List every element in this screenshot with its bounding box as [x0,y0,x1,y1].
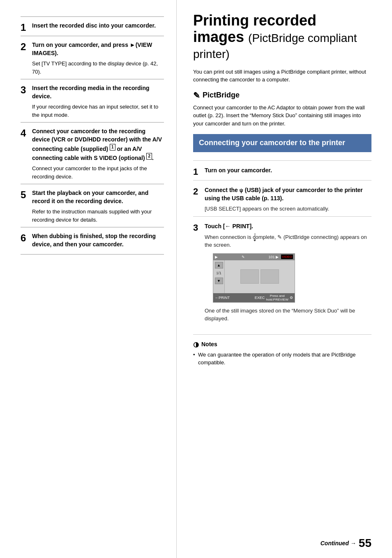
screen-up-btn: ▲ [215,262,223,269]
right-step-title-2: Connect the ψ (USB) jack of your camcord… [205,186,371,202]
page-footer: Continued → 55 [321,537,371,550]
right-step-content-3: Touch [← PRINT]. When connection is comp… [205,222,371,323]
connecting-box: Connecting your camcorder to the printer [193,134,371,152]
step-content-3: Insert the recording media in the record… [32,84,164,119]
right-step-content-2: Connect the ψ (USB) jack of your camcord… [205,186,371,213]
step-title-4: Connect your camcorder to the recording … [32,127,164,162]
right-step-title-1: Turn on your camcorder. [205,167,371,175]
screen-print-label: ←PRINT [215,296,230,300]
screen-left-buttons: ▲ 1/1 ▼ [213,260,225,293]
screen-play-icon: ▶ [215,255,218,259]
notes-label: Notes [201,341,217,347]
main-title: Printing recorded images (PictBridge com… [193,12,371,61]
box-num-2: 2 [146,153,152,160]
step-number-5: 5 [21,190,32,200]
screen-pictbridge-icon: ✎ [240,255,246,259]
screen-settings-icon: ⚙ [290,296,293,300]
continued-text: Continued → [321,540,356,546]
left-column: 1 Insert the recorded disc into your cam… [0,0,177,558]
screen-preview-label: Press and hold:PREVIEW [265,294,290,301]
screen-main-area [225,260,295,293]
step-desc-3: If your recording device has an input se… [32,103,164,119]
screen-mockup: ▶ ✎ 101 ▶ VIDEO ▲ 1/1 ▼ [213,253,295,303]
right-step-num-1: 1 [193,167,205,176]
left-step-3: 3 Insert the recording media in the reco… [21,79,164,122]
step-title-5: Start the playback on your camcorder, an… [32,189,164,205]
step-number-1: 1 [21,23,32,32]
screen-bottom-bar: ←PRINT EXEC Press and hold:PREVIEW ⚙ [213,293,295,302]
right-step-num-3: 3 [193,223,205,232]
notes-section: ◑ Notes We can guarantee the operation o… [193,334,371,367]
screen-toolbar: ▶ ✎ 101 ▶ VIDEO [213,254,295,260]
screen-image-cell-1 [240,269,259,284]
screen-exec-btn: EXEC [255,296,265,300]
step-desc-2: Set [TV TYPE] according to the display d… [32,60,164,76]
main-title-line2: images [193,28,244,45]
left-step-1: 1 Insert the recorded disc into your cam… [21,16,164,36]
step-content-4: Connect your camcorder to the recording … [32,127,164,181]
left-step-2: 2 Turn on your camcorder, and press ►(VI… [21,36,164,79]
step-content-2: Turn on your camcorder, and press ►(VIEW… [32,41,164,76]
usb-icon: ψ [240,188,243,193]
notes-title: ◑ Notes [193,340,371,348]
step-number-4: 4 [21,128,32,138]
connection-complete-text: When connection is complete, ✎ (PictBrid… [205,233,371,249]
right-step-title-3: Touch [← PRINT]. [205,222,371,231]
right-step-desc-2: [USB SELECT] appears on the screen autom… [205,205,371,213]
pictbridge-header: ✎ PictBridge [193,90,371,100]
page-container: 1 Insert the recorded disc into your cam… [0,0,392,558]
right-step-content-1: Turn on your camcorder. [205,167,371,175]
pictbridge-title: PictBridge [203,91,240,100]
right-column: Editing Printing recorded images (PictBr… [177,0,392,558]
page-number: 55 [359,537,371,550]
pictbridge-text: Connect your camcorder to the AC Adaptor… [193,104,371,128]
step-number-3: 3 [21,85,32,95]
step-title-6: When dubbing is finished, stop the recor… [32,232,164,248]
step-desc-4: Connect your camcorder to the input jack… [32,164,164,181]
notes-item-1: We can guarantee the operation of only m… [193,351,371,367]
right-step-after-screen: One of the still images stored on the “M… [205,307,371,323]
screen-down-btn: ▼ [215,278,223,284]
right-step-2: 2 Connect the ψ (USB) jack of your camco… [193,180,371,216]
step-content-5: Start the playback on your camcorder, an… [32,189,164,224]
screen-image-cell-2 [261,269,279,284]
left-step-5: 5 Start the playback on your camcorder, … [21,184,164,227]
left-step-4: 4 Connect your camcorder to the recordin… [21,122,164,184]
screen-counter-icon: 101 ▶ [269,255,279,259]
step-content-1: Insert the recorded disc into your camco… [32,22,164,30]
left-step-6: 6 When dubbing is finished, stop the rec… [21,227,164,255]
step-title-3: Insert the recording media in the record… [32,84,164,100]
arrow-pointer [255,233,255,240]
step-number-6: 6 [21,233,32,243]
pictbridge-logo-icon: ✎ [193,90,200,100]
screen-page-counter: 1/1 [215,270,222,276]
step-title-1: Insert the recorded disc into your camco… [32,22,164,30]
right-step-1: 1 Turn on your camcorder. [193,160,371,181]
step-desc-5: Refer to the instruction manuals supplie… [32,208,164,224]
pictbridge-connecting-icon: ✎ [277,234,282,240]
right-step-3: 3 Touch [← PRINT]. When connection is co… [193,216,371,326]
connecting-box-title: Connecting your camcorder to the printer [199,138,366,148]
right-step-num-2: 2 [193,187,205,196]
step-content-6: When dubbing is finished, stop the recor… [32,232,164,248]
intro-text: You can print out still images using a P… [193,68,371,84]
box-num-1: 1 [110,144,115,150]
screen-video-badge: VIDEO [281,255,293,259]
right-step-desc-3: When connection is complete, ✎ (PictBrid… [205,233,371,249]
screen-body: ▲ 1/1 ▼ [213,260,295,293]
step-number-2: 2 [21,42,32,52]
step-title-2: Turn on your camcorder, and press ►(VIEW… [32,41,164,57]
main-title-line1: Printing recorded [193,12,316,29]
notes-icon: ◑ [193,340,199,348]
